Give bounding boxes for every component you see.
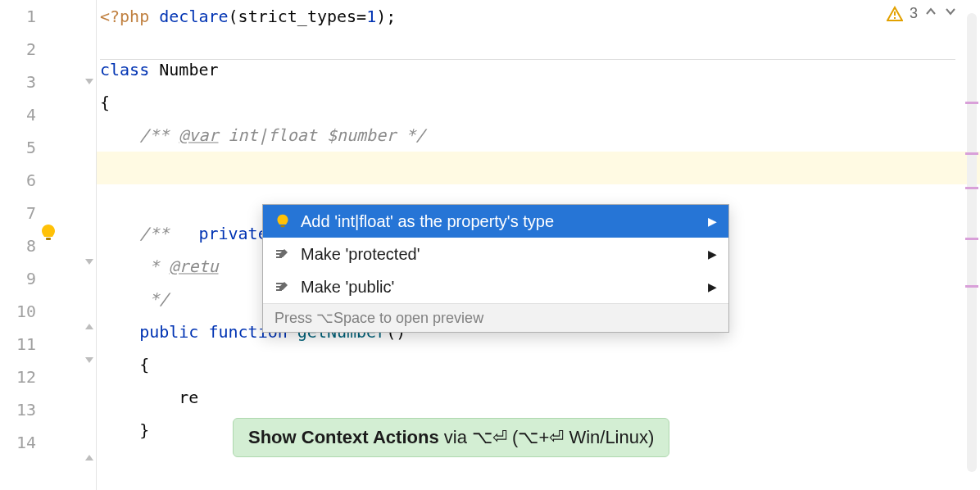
code-line-current[interactable]: private $number; <box>97 152 980 184</box>
fold-toggle-icon[interactable] <box>84 354 95 365</box>
punct: ); <box>376 7 396 26</box>
fold-toggle-icon[interactable] <box>84 75 95 87</box>
code-line[interactable]: <?php declare(strict_types=1); <box>97 0 980 33</box>
hint-text: via ⌥⏎ (⌥+⏎ Win/Linux) <box>439 427 655 447</box>
code-line[interactable]: class Number <box>97 53 980 86</box>
error-stripe-marker[interactable] <box>965 238 978 240</box>
next-highlight-icon[interactable] <box>944 5 957 22</box>
doc-tag: @var <box>179 125 218 145</box>
brace: } <box>100 420 149 440</box>
warning-count: 3 <box>910 5 918 22</box>
keyword: class <box>100 60 149 79</box>
doc-comment: /** <box>100 125 179 145</box>
edit-icon <box>274 279 291 295</box>
submenu-arrow-icon: ▶ <box>708 247 717 261</box>
error-stripe-marker[interactable] <box>965 187 978 189</box>
intention-item-make-public[interactable]: Make 'public' ▶ <box>263 270 728 303</box>
doc-type: int|float <box>219 125 327 145</box>
fold-end-icon[interactable] <box>84 321 95 333</box>
doc-tag: @retu <box>169 256 218 276</box>
svg-rect-2 <box>894 17 896 19</box>
line-number: 8 <box>0 229 36 262</box>
error-stripe-marker[interactable] <box>965 285 978 288</box>
doc-comment: * <box>100 256 169 276</box>
line-number: 14 <box>0 426 36 459</box>
line-number: 3 <box>0 66 36 98</box>
punct: (strict_types= <box>229 7 367 26</box>
line-number: 9 <box>0 262 36 295</box>
bulb-icon <box>274 213 291 229</box>
editor-scrollbar[interactable] <box>967 13 977 472</box>
popup-hint: Press ⌥Space to open preview <box>263 303 728 332</box>
code-line[interactable]: /** @var int|float $number */ <box>97 119 980 152</box>
line-number: 6 <box>0 164 36 197</box>
svg-rect-1 <box>894 11 896 16</box>
line-number: 1 <box>0 0 36 33</box>
intention-label: Add 'int|float' as the property's type <box>301 212 554 231</box>
inspection-summary[interactable]: 3 <box>887 5 957 22</box>
line-number: 5 <box>0 131 36 164</box>
line-number: 2 <box>0 33 36 66</box>
brace: { <box>100 355 149 374</box>
fold-toggle-icon[interactable] <box>84 256 95 267</box>
keyword: declare <box>159 7 228 26</box>
number-literal: 1 <box>366 7 376 26</box>
intention-item-add-type[interactable]: Add 'int|float' as the property's type ▶ <box>263 205 728 238</box>
warning-icon <box>887 6 903 22</box>
code-line[interactable]: re <box>97 381 980 414</box>
doc-comment: /** <box>100 224 169 243</box>
line-number: 12 <box>0 361 36 393</box>
line-number: 4 <box>0 98 36 131</box>
brace: { <box>100 93 110 112</box>
svg-rect-3 <box>281 225 285 227</box>
submenu-arrow-icon: ▶ <box>708 215 717 228</box>
intention-label: Make 'public' <box>301 278 394 297</box>
intention-actions-popup: Add 'int|float' as the property's type ▶… <box>262 204 729 333</box>
line-number: 11 <box>0 328 36 361</box>
doc-var: $number <box>327 125 396 145</box>
class-name: Number <box>149 60 218 79</box>
learn-hint-balloon: Show Context Actions via ⌥⏎ (⌥+⏎ Win/Lin… <box>233 418 669 457</box>
edit-icon <box>274 246 291 262</box>
code-line[interactable]: { <box>97 348 980 381</box>
line-number: 13 <box>0 393 36 426</box>
error-stripe-marker[interactable] <box>965 102 978 104</box>
code-text: re <box>100 388 198 407</box>
submenu-arrow-icon: ▶ <box>708 280 717 293</box>
keyword: public <box>100 322 208 342</box>
error-stripe-marker[interactable] <box>965 152 978 155</box>
line-number: 10 <box>0 295 36 328</box>
intention-item-make-protected[interactable]: Make 'protected' ▶ <box>263 238 728 270</box>
svg-rect-0 <box>46 238 51 240</box>
prev-highlight-icon[interactable] <box>924 5 937 22</box>
intention-label: Make 'protected' <box>301 245 420 264</box>
line-number: 7 <box>0 197 36 229</box>
doc-comment: */ <box>396 125 425 145</box>
code-line[interactable]: { <box>97 86 980 119</box>
doc-comment: */ <box>100 289 169 309</box>
hint-title: Show Context Actions <box>248 427 439 447</box>
fold-end-icon[interactable] <box>84 452 95 464</box>
php-open-tag: <?php <box>100 7 149 26</box>
intention-bulb-icon[interactable] <box>39 158 57 176</box>
